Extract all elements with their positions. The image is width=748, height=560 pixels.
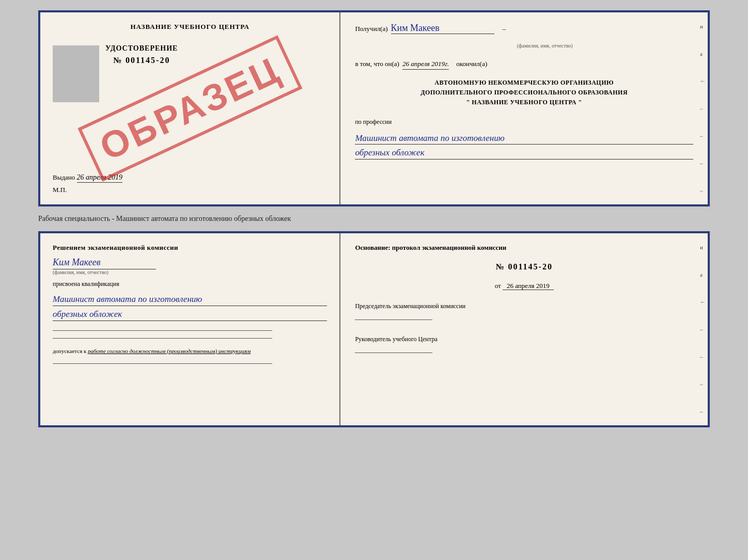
qualification-line1: Машинист автомата по изготовлению [53, 293, 327, 306]
okonchil-label: окончил(а) [456, 60, 487, 68]
caption-text: Рабочая специальность - Машинист автомат… [38, 215, 710, 223]
protocol-number: № 001145-20 [355, 262, 693, 271]
blank-line-2 [53, 338, 272, 339]
vydano-date: 26 апреля 2019 [77, 173, 122, 183]
org-line2: ДОПОЛНИТЕЛЬНОГО ПРОФЕССИОНАЛЬНОГО ОБРАЗО… [355, 88, 693, 98]
blank-line-3 [53, 363, 272, 364]
poluchil-row: Получил(а) Ким Макеев – [355, 23, 693, 34]
school-name-top: НАЗВАНИЕ УЧЕБНОГО ЦЕНТРА [53, 23, 327, 31]
vydano-label: Выдано [53, 173, 75, 181]
osnov-label: Основание: протокол экзаменационной коми… [355, 244, 693, 252]
prisvoena-label: присвоена квалификация [53, 280, 327, 288]
bottom-name-block: Ким Макеев (фамилия, имя, отчество) [53, 257, 327, 275]
blank-lines [53, 330, 327, 339]
predsedatel-label: Председатель экзаменационной комиссии [355, 302, 693, 310]
ot-date-block: от 26 апреля 2019 [355, 282, 693, 290]
side-marks-bottom: и а ← – – – – [700, 233, 706, 425]
profession-block: Машинист автомата по изготовлению обрезн… [355, 132, 693, 160]
poluchil-value: Ким Макеев [391, 23, 494, 34]
bottom-right-panel: Основание: протокол экзаменационной коми… [340, 233, 708, 425]
cert-number-top: № 001145-20 [105, 56, 178, 65]
profession-line2: обрезных обложек [355, 147, 693, 159]
poluchil-label: Получил(а) [355, 25, 387, 33]
ot-label: от [495, 282, 501, 290]
predsedatel-sig-line [355, 319, 432, 320]
side-marks-top: и а ← – – – – [700, 12, 706, 204]
fio-hint-top: (фамилия, имя, отчество) [517, 43, 573, 49]
rukovoditel-sig-line [355, 353, 432, 353]
qualification-line2: обрезных обложек [53, 308, 327, 321]
ot-date-value: 26 апреля 2019 [503, 282, 554, 290]
photo-placeholder [53, 45, 99, 102]
vtom-row: в том, что он(а) 26 апреля 2019г. окончи… [355, 60, 693, 70]
decision-text: Решением экзаменационной комиссии [53, 244, 327, 252]
po-professii-label: по профессии [355, 118, 693, 126]
org-line1: АВТОНОМНУЮ НЕКОММЕРЧЕСКУЮ ОРГАНИЗАЦИЮ [355, 78, 693, 88]
dopuskaetsya-label: допускается к [53, 348, 86, 354]
mp-label: М.П. [53, 186, 327, 194]
vtom-label: в том, что он(а) [355, 60, 399, 68]
rukovoditel-block: Руководитель учебного Центра [355, 335, 693, 353]
bottom-fio-hint: (фамилия, имя, отчество) [53, 269, 327, 275]
bottom-qualification-block: Машинист автомата по изготовлению обрезн… [53, 293, 327, 321]
bottom-certificate: Решением экзаменационной комиссии Ким Ма… [38, 231, 710, 427]
dopuskaetsya-value: работе согласно должностным (производств… [88, 348, 251, 354]
vtom-date: 26 апреля 2019г. [402, 60, 449, 70]
predsedatel-block: Председатель экзаменационной комиссии [355, 302, 693, 320]
document-container: НАЗВАНИЕ УЧЕБНОГО ЦЕНТРА УДОСТОВЕРЕНИЕ №… [38, 10, 710, 427]
profession-line1: Машинист автомата по изготовлению [355, 132, 693, 145]
cert-right-panel: Получил(а) Ким Макеев – (фамилия, имя, о… [340, 12, 708, 204]
udostoverenie-label: УДОСТОВЕРЕНИЕ [105, 44, 178, 53]
vydano-block: Выдано 26 апреля 2019 [53, 173, 327, 182]
blank-line-1 [53, 330, 272, 331]
rukovoditel-label: Руководитель учебного Центра [355, 335, 693, 343]
org-block: АВТОНОМНУЮ НЕКОММЕРЧЕСКУЮ ОРГАНИЗАЦИЮ ДО… [355, 78, 693, 108]
top-certificate: НАЗВАНИЕ УЧЕБНОГО ЦЕНТРА УДОСТОВЕРЕНИЕ №… [38, 10, 710, 206]
dopuskaetsya-block: допускается к работе согласно должностны… [53, 348, 327, 354]
bottom-name-value: Ким Макеев [53, 257, 156, 269]
org-line3: " НАЗВАНИЕ УЧЕБНОГО ЦЕНТРА " [355, 98, 693, 107]
bottom-left-panel: Решением экзаменационной комиссии Ким Ма… [40, 233, 340, 425]
cert-left-panel: НАЗВАНИЕ УЧЕБНОГО ЦЕНТРА УДОСТОВЕРЕНИЕ №… [40, 12, 340, 204]
